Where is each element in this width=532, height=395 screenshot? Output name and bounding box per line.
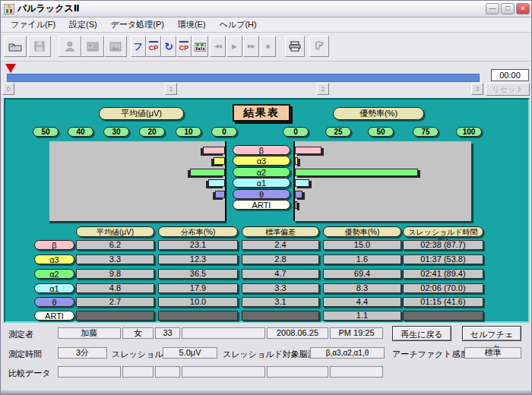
threshold-target-field: β,α3,α2,α1,θ xyxy=(310,347,385,359)
rewind-icon: ◀◀ xyxy=(214,42,221,51)
marker-0[interactable]: 0 xyxy=(2,83,14,95)
mean-bar-chart xyxy=(49,141,226,221)
rewind-button[interactable]: ◀◀ xyxy=(210,36,226,57)
play-icon: ▶ xyxy=(232,42,237,51)
row-label-alpha3: α3 xyxy=(34,254,74,264)
print-button[interactable] xyxy=(285,36,305,57)
title-bar: パルラックスⅡ — □ × xyxy=(1,1,532,17)
close-button[interactable]: × xyxy=(516,3,530,14)
bar-dom-arti xyxy=(295,201,297,209)
results-title: 結果表 xyxy=(233,104,290,122)
bar-mean-alpha3 xyxy=(214,157,225,165)
stop-icon: ■ xyxy=(266,42,270,51)
toolbar: フ CP ↻ CP ◀◀ ▶ ▶▶ ■ xyxy=(1,33,532,62)
refresh-icon: ↻ xyxy=(164,42,173,51)
cell-a2-dist: 36.5 xyxy=(158,269,238,279)
cp-meter-button[interactable]: CP xyxy=(146,36,161,57)
bar-dom-theta xyxy=(295,191,302,198)
app-icon xyxy=(4,4,14,14)
reset-button[interactable]: リセット xyxy=(486,83,530,96)
left-tick-0: 0 xyxy=(211,127,237,137)
band-label-arti: ARTI xyxy=(233,200,290,210)
band-label-alpha2: α2 xyxy=(233,167,290,177)
col-header-mean: 平均値(μV) xyxy=(76,226,154,237)
fast-forward-button[interactable]: ▶▶ xyxy=(243,36,259,57)
window-controls: — □ × xyxy=(486,3,530,14)
cp-reset-icon: CP xyxy=(179,41,189,52)
cell-a3-mean: 3.3 xyxy=(76,254,154,264)
left-tick-40: 40 xyxy=(68,127,93,137)
menu-bar: ファイル(F) 設定(S) データ処理(P) 環境(E) ヘルプ(H) xyxy=(1,17,532,33)
cell-th-time: 01:15 (41.6) xyxy=(403,297,483,307)
position-marker-icon[interactable] xyxy=(5,64,16,73)
level-meter-button[interactable] xyxy=(192,36,208,57)
menu-item-data-processing[interactable]: データ処理(P) xyxy=(104,17,171,32)
back-to-playback-button[interactable]: 再生に戻る xyxy=(392,326,451,341)
cell-a3-dist: 12.3 xyxy=(158,254,238,264)
minimize-button[interactable]: — xyxy=(486,3,499,14)
threshold-field: 5.0μV xyxy=(163,347,217,359)
floppy-disk-icon xyxy=(34,41,45,52)
cell-arti-mean xyxy=(76,311,154,321)
measurer-age-field: 33 xyxy=(155,327,180,339)
band-label-alpha3: α3 xyxy=(233,156,290,166)
cell-a1-dist: 17.9 xyxy=(158,283,238,293)
results-panel: 平均値(μV) 結果表 優勢率(%) 50 40 30 20 10 0 0 25… xyxy=(4,98,530,323)
maximize-button[interactable]: □ xyxy=(501,3,515,14)
col-header-stddev: 標準偏差 xyxy=(242,226,319,237)
row-label-theta: θ xyxy=(34,297,74,307)
stop-button[interactable]: ■ xyxy=(260,36,276,57)
cell-a1-mean: 4.8 xyxy=(76,283,154,293)
right-tick-100: 100 xyxy=(456,127,482,137)
measurement-monitor-button[interactable] xyxy=(81,36,104,57)
menu-item-environment[interactable]: 環境(E) xyxy=(171,17,213,32)
play-button[interactable]: ▶ xyxy=(226,36,242,57)
app-window: パルラックスⅡ — □ × ファイル(F) 設定(S) データ処理(P) 環境(… xyxy=(0,0,532,395)
patient-info-button[interactable] xyxy=(59,36,81,57)
cell-arti-dom: 1.1 xyxy=(323,311,401,321)
window-bottom-edge xyxy=(1,390,532,395)
cell-a2-mean: 9.8 xyxy=(76,269,154,279)
marker-1[interactable]: 1 xyxy=(165,83,177,95)
col-header-distribution: 分布率(%) xyxy=(158,226,238,237)
self-check-button[interactable]: セルフチェック xyxy=(462,326,521,341)
cell-a1-dom: 8.3 xyxy=(323,283,401,293)
cell-a3-dom: 1.6 xyxy=(323,254,401,264)
image-icon xyxy=(109,42,122,52)
cell-beta-mean: 6.2 xyxy=(76,240,154,250)
cell-arti-sd xyxy=(242,311,319,321)
comparison-field-6 xyxy=(330,366,383,378)
cp-reset-button[interactable]: CP xyxy=(176,36,192,57)
cell-a3-sd: 2.8 xyxy=(242,254,319,264)
menu-item-help[interactable]: ヘルプ(H) xyxy=(213,17,264,32)
left-axis-label: 平均値(μV) xyxy=(99,107,184,120)
marker-3[interactable]: 3 xyxy=(471,83,483,95)
save-button[interactable] xyxy=(28,36,51,57)
hook-tool-button[interactable]: フ xyxy=(131,36,146,57)
menu-item-settings[interactable]: 設定(S) xyxy=(62,17,104,32)
phone-button[interactable] xyxy=(309,36,329,57)
person-icon xyxy=(65,41,75,52)
cell-th-dom: 4.4 xyxy=(323,297,401,307)
duration-label: 測定時間 xyxy=(8,349,42,360)
graph-image-button[interactable] xyxy=(104,36,127,57)
refresh-button[interactable]: ↻ xyxy=(161,36,176,57)
right-tick-0: 0 xyxy=(283,127,309,137)
left-tick-50: 50 xyxy=(33,127,59,137)
band-label-theta: θ xyxy=(233,189,290,199)
open-button[interactable] xyxy=(4,36,27,57)
bar-dom-alpha3 xyxy=(295,157,298,165)
timeline-progress-bar[interactable] xyxy=(7,74,480,82)
comparison-field-2 xyxy=(122,366,154,378)
cell-beta-dist: 23.1 xyxy=(158,240,238,250)
cell-a2-dom: 69.4 xyxy=(323,269,401,279)
menu-item-file[interactable]: ファイル(F) xyxy=(4,17,62,32)
marker-2[interactable]: 2 xyxy=(317,83,329,95)
threshold-target-label: スレッショルド対象脳波 xyxy=(223,349,316,360)
cell-th-mean: 2.7 xyxy=(76,297,154,307)
row-label-beta: β xyxy=(34,240,74,250)
right-tick-25: 25 xyxy=(325,127,351,137)
right-axis-label: 優勢率(%) xyxy=(333,107,424,120)
measure-time-field: PM 19:25 xyxy=(330,327,383,339)
cell-th-sd: 3.1 xyxy=(242,297,319,307)
